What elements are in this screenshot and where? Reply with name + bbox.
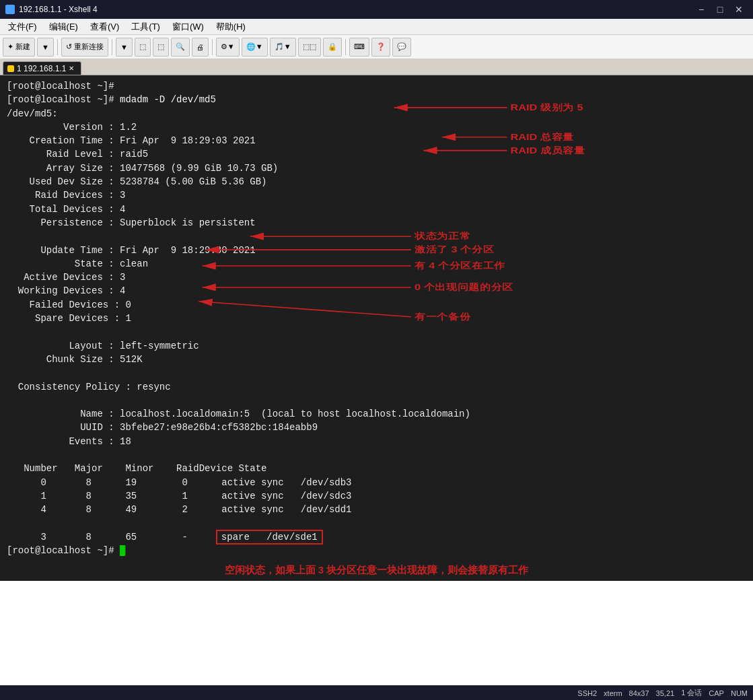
menu-tools[interactable]: 工具(T): [126, 20, 166, 34]
line-10: Total Devices : 4: [7, 204, 125, 215]
footer-note: 空闲状态，如果上面 3 块分区任意一块出现故障，则会接替原有工作: [0, 561, 753, 581]
line-2: [root@localhost ~]# mdadm -D /dev/md5: [7, 94, 216, 105]
maximize-button[interactable]: □: [711, 3, 729, 16]
new-dropdown[interactable]: ▼: [37, 38, 54, 57]
menu-help[interactable]: 帮助(H): [211, 20, 251, 34]
status-size: 84x37: [629, 689, 649, 697]
line-7: Array Size : 10477568 (9.99 GiB 10.73 GB…: [7, 163, 278, 174]
svg-text:有 4 个分区在工作: 有 4 个分区在工作: [414, 261, 506, 271]
line-31: 1 8 35 1 active sync /dev/sdc3: [7, 491, 351, 501]
chat-button[interactable]: 💬: [392, 38, 411, 57]
line-29: Number Major Minor RaidDevice State: [7, 463, 266, 474]
menu-edit[interactable]: 编辑(E): [44, 20, 83, 34]
reconnect-button[interactable]: ↺ 重新连接: [61, 38, 108, 57]
tab-close-button[interactable]: ✕: [69, 65, 74, 72]
line-35: [root@localhost ~]# █: [7, 545, 125, 556]
tab-label: 1 192.168.1.1: [17, 64, 66, 73]
svg-text:RAID 总容量: RAID 总容量: [511, 131, 574, 141]
line-1: [root@localhost ~]#: [7, 81, 114, 92]
window-title: 192.168.1.1 - Xshell 4: [19, 5, 98, 14]
minimize-button[interactable]: −: [692, 3, 710, 16]
svg-line-15: [199, 302, 411, 317]
line-6: Raid Level : raid5: [7, 149, 148, 160]
menu-bar: 文件(F) 编辑(E) 查看(V) 工具(T) 窗口(W) 帮助(H): [0, 19, 753, 35]
toolbar-separator-2: [112, 39, 112, 55]
tab-bar: 1 192.168.1.1 ✕: [0, 59, 753, 75]
toolbar-separator-3: [212, 39, 213, 55]
toolbar-separator-4: [345, 39, 346, 55]
status-cursor: 35,21: [656, 689, 675, 697]
tab-session-1[interactable]: 1 192.168.1.1 ✕: [3, 61, 81, 75]
svg-text:有一个备份: 有一个备份: [414, 312, 472, 321]
toolbar-btn-13[interactable]: ⌨: [349, 38, 369, 57]
status-ssh: SSH2: [577, 689, 597, 697]
terminal-wrapper[interactable]: [root@localhost ~]# [root@localhost ~]# …: [0, 75, 753, 685]
line-11: Persistence : Superblock is persistent: [7, 217, 256, 228]
line-23: Consistency Policy : resync: [7, 382, 171, 392]
status-terminal: xterm: [604, 689, 622, 697]
svg-text:RAID 级别为 5: RAID 级别为 5: [511, 102, 583, 112]
toolbar: ✦新建 ▼ ↺ 重新连接 ▼ ⬚ ⬚ 🔍 🖨 ⚙▼ 🌐▼ 🎵▼ ⬚⬚ 🔒 ⌨ ❓…: [0, 35, 753, 59]
line-27: Events : 18: [7, 436, 131, 447]
toolbar-btn-3[interactable]: ▼: [116, 38, 133, 57]
toolbar-btn-9[interactable]: 🌐▼: [242, 38, 268, 57]
line-21: Chunk Size : 512K: [7, 354, 143, 365]
toolbar-btn-5[interactable]: ⬚: [153, 38, 169, 57]
line-3: /dev/md5:: [7, 108, 58, 119]
toolbar-btn-8[interactable]: ⚙▼: [216, 38, 240, 57]
line-32: 4 8 49 2 active sync /dev/sdd1: [7, 504, 351, 515]
tab-indicator: [7, 65, 14, 72]
menu-view[interactable]: 查看(V): [85, 20, 124, 34]
svg-text:激活了 3 个分区: 激活了 3 个分区: [415, 245, 494, 254]
svg-text:状态为正常: 状态为正常: [414, 231, 471, 241]
line-18: Spare Devices : 1: [7, 313, 131, 324]
status-num: NUM: [731, 689, 748, 697]
help-button[interactable]: ❓: [371, 38, 390, 57]
line-9: Raid Devices : 3: [7, 190, 125, 201]
terminal[interactable]: [root@localhost ~]# [root@localhost ~]# …: [0, 75, 753, 561]
line-34: 3 8 65 - spare /dev/sde1: [7, 530, 323, 545]
title-bar: 192.168.1.1 - Xshell 4 − □ ✕: [0, 0, 753, 19]
menu-file[interactable]: 文件(F): [3, 20, 42, 34]
line-16: Working Devices : 4: [7, 285, 125, 296]
menu-window[interactable]: 窗口(W): [167, 20, 209, 34]
main-content: [root@localhost ~]# [root@localhost ~]# …: [0, 75, 753, 685]
svg-text:RAID 成员容量: RAID 成员容量: [511, 145, 585, 155]
toolbar-btn-4[interactable]: ⬚: [135, 38, 151, 57]
toolbar-btn-11[interactable]: ⬚⬚: [298, 38, 321, 57]
line-14: State : clean: [7, 258, 148, 269]
toolbar-separator-1: [57, 39, 58, 55]
line-25: Name : localhost.localdomain:5 (local to…: [7, 409, 470, 419]
line-17: Failed Devices : 0: [7, 300, 131, 310]
line-5: Creation Time : Fri Apr 9 18:29:03 2021: [7, 135, 256, 146]
line-13: Update Time : Fri Apr 9 18:29:30 2021: [7, 245, 256, 256]
toolbar-btn-7[interactable]: 🖨: [192, 38, 209, 57]
toolbar-btn-10[interactable]: 🎵▼: [270, 38, 296, 57]
new-button[interactable]: ✦新建: [3, 38, 35, 57]
line-15: Active Devices : 3: [7, 272, 125, 283]
toolbar-btn-6[interactable]: 🔍: [171, 38, 190, 57]
line-4: Version : 1.2: [7, 122, 137, 133]
close-button[interactable]: ✕: [730, 3, 748, 16]
line-30: 0 8 19 0 active sync /dev/sdb3: [7, 477, 351, 488]
line-26: UUID : 3bfebe27:e98e26b4:cf5382bc:184eab…: [7, 422, 318, 433]
line-20: Layout : left-symmetric: [7, 341, 199, 351]
status-bar: SSH2 xterm 84x37 35,21 1 会话 CAP NUM: [0, 685, 753, 700]
status-sessions: 1 会话: [681, 688, 702, 698]
svg-text:0 个出现问题的分区: 0 个出现问题的分区: [415, 283, 513, 292]
line-8: Used Dev Size : 5238784 (5.00 GiB 5.36 G…: [7, 176, 266, 187]
status-cap: CAP: [709, 689, 724, 697]
toolbar-btn-12[interactable]: 🔒: [323, 38, 342, 57]
new-icon: ✦: [7, 42, 13, 51]
app-icon: [5, 5, 15, 14]
